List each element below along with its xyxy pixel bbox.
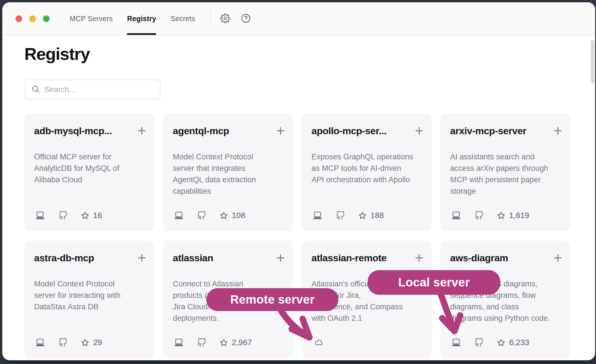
local-server-callout: Local server bbox=[368, 270, 500, 295]
star-icon bbox=[81, 339, 89, 347]
add-server-button[interactable]: + bbox=[276, 125, 285, 136]
server-card[interactable]: apollo-mcp-ser...+Exposes GraphQL operat… bbox=[302, 114, 432, 231]
laptop-icon bbox=[451, 338, 461, 347]
tab-mcp-servers[interactable]: MCP Servers bbox=[70, 2, 113, 35]
server-meta-row: 6,233 bbox=[451, 337, 560, 349]
add-server-button[interactable]: + bbox=[138, 252, 146, 264]
add-server-button[interactable]: + bbox=[554, 252, 562, 264]
server-meta-row: 108 bbox=[174, 209, 283, 221]
star-count: 29 bbox=[81, 338, 102, 347]
github-icon bbox=[197, 211, 206, 220]
server-card[interactable]: agentql-mcp+Model Context Protocolserver… bbox=[163, 114, 293, 231]
server-description: Model Context Protocolserver for interac… bbox=[34, 278, 144, 312]
star-icon bbox=[497, 339, 505, 347]
github-icon bbox=[58, 211, 68, 220]
server-name: apollo-mcp-ser... bbox=[311, 114, 412, 137]
page-title: Registry bbox=[24, 44, 573, 64]
star-count: 1,619 bbox=[497, 211, 529, 220]
laptop-icon bbox=[35, 338, 45, 347]
server-card[interactable]: astra-db-mcp+Model Context Protocolserve… bbox=[24, 241, 154, 358]
cloud-icon bbox=[313, 338, 324, 347]
laptop-icon bbox=[174, 338, 184, 347]
star-count: 188 bbox=[358, 211, 384, 220]
github-icon bbox=[474, 211, 484, 220]
star-icon bbox=[497, 211, 505, 220]
github-icon bbox=[197, 338, 206, 347]
add-server-button[interactable]: + bbox=[138, 125, 146, 136]
star-count: 16 bbox=[81, 211, 102, 220]
star-count: 108 bbox=[219, 211, 245, 220]
github-icon bbox=[474, 338, 484, 347]
star-icon bbox=[81, 211, 89, 220]
server-description: Exposes GraphQL operationsas MCP tools f… bbox=[311, 151, 422, 185]
github-icon bbox=[58, 338, 68, 347]
search-input[interactable] bbox=[44, 85, 156, 94]
gear-icon bbox=[220, 13, 230, 24]
server-name: aws-diagram bbox=[450, 241, 551, 264]
minimize-window-button[interactable] bbox=[29, 15, 36, 22]
tab-secrets[interactable]: Secrets bbox=[170, 2, 195, 35]
server-card[interactable]: adb-mysql-mcp...+Official MCP server for… bbox=[24, 114, 154, 231]
add-server-button[interactable]: + bbox=[415, 252, 424, 264]
add-server-button[interactable]: + bbox=[276, 252, 285, 264]
server-card[interactable]: arxiv-mcp-server+AI assistants search an… bbox=[440, 114, 570, 231]
traffic-lights bbox=[15, 15, 50, 22]
star-icon bbox=[358, 211, 367, 220]
server-name: arxiv-mcp-server bbox=[450, 114, 551, 137]
server-meta-row: 29 bbox=[35, 337, 144, 349]
close-window-button[interactable] bbox=[15, 15, 22, 22]
server-description: Model Context Protocolserver that integr… bbox=[173, 151, 283, 197]
server-meta-row: 16 bbox=[35, 209, 144, 221]
server-description: AI assistants search andaccess arXiv pap… bbox=[450, 151, 560, 197]
add-server-button[interactable]: + bbox=[415, 125, 424, 136]
zoom-window-button[interactable] bbox=[43, 15, 50, 22]
laptop-icon bbox=[35, 211, 45, 220]
add-server-button[interactable]: + bbox=[554, 125, 562, 136]
tab-registry[interactable]: Registry bbox=[127, 2, 156, 35]
titlebar-divider bbox=[210, 9, 211, 28]
star-count: 6,233 bbox=[497, 338, 529, 347]
server-name: atlassian bbox=[173, 241, 274, 264]
server-name: astra-db-mcp bbox=[34, 241, 135, 264]
server-meta-row: 2,967 bbox=[174, 337, 283, 349]
search-icon bbox=[31, 85, 40, 94]
server-meta-row: 188 bbox=[313, 209, 422, 221]
scrollbar-thumb[interactable] bbox=[591, 40, 594, 84]
server-card[interactable]: aws-diagram+Generate AWS diagrams,sequen… bbox=[440, 241, 570, 358]
remote-server-callout: Remote server bbox=[206, 288, 338, 311]
server-name: adb-mysql-mcp... bbox=[34, 114, 135, 137]
github-icon bbox=[336, 211, 345, 220]
titlebar: MCP Servers Registry Secrets bbox=[2, 2, 595, 35]
server-name: atlassian-remote bbox=[311, 241, 412, 264]
server-meta-row bbox=[313, 337, 422, 349]
server-description: Official MCP server forAnalyticDB for My… bbox=[34, 151, 144, 185]
server-meta-row: 1,619 bbox=[451, 209, 560, 221]
server-name: agentql-mcp bbox=[173, 114, 274, 137]
server-card-grid: adb-mysql-mcp...+Official MCP server for… bbox=[24, 114, 573, 358]
star-icon bbox=[219, 339, 228, 347]
help-icon bbox=[241, 13, 251, 24]
settings-button[interactable] bbox=[220, 13, 231, 24]
star-icon bbox=[219, 211, 228, 220]
laptop-icon bbox=[174, 211, 184, 220]
laptop-icon bbox=[451, 211, 461, 220]
help-button[interactable] bbox=[240, 13, 251, 24]
search-box[interactable] bbox=[24, 80, 160, 100]
main-tabs: MCP Servers Registry Secrets bbox=[70, 2, 195, 35]
star-count: 2,967 bbox=[219, 338, 252, 347]
laptop-icon bbox=[313, 211, 322, 220]
